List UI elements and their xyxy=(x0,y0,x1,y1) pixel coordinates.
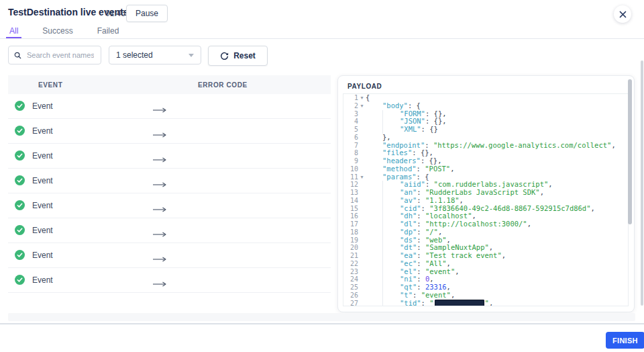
pause-button[interactable]: Pause xyxy=(126,5,168,22)
finish-button[interactable]: FINISH xyxy=(606,332,644,349)
token-key: "t" xyxy=(400,291,413,299)
token-punc: , xyxy=(447,236,451,244)
line-number: 10 xyxy=(343,165,358,173)
indent-guide xyxy=(382,228,400,236)
token-key: "files" xyxy=(382,148,412,157)
success-check-icon xyxy=(15,150,25,161)
refresh-icon xyxy=(220,52,229,60)
code-line: 21"ea": "Test track event", xyxy=(343,252,628,260)
code-content: "qt": 23316, xyxy=(366,283,451,291)
token-punc: , xyxy=(455,267,459,275)
events-table-header: EVENT ERROR CODE xyxy=(8,75,331,94)
token-punc: : xyxy=(417,243,425,251)
tab-success[interactable]: Success xyxy=(39,24,76,38)
indent-space xyxy=(366,220,382,228)
code-content: "FORM": {}, xyxy=(366,109,447,118)
token-key: "method" xyxy=(382,165,417,173)
token-key: "JSON" xyxy=(400,117,425,125)
token-punc: : {} xyxy=(421,125,438,133)
code-content: "av": "1.1.18", xyxy=(366,196,464,204)
reset-button[interactable]: Reset xyxy=(208,46,268,66)
token-punc: : xyxy=(417,188,425,196)
token-punc: : {}, xyxy=(425,109,447,118)
code-line: 22"ec": "All", xyxy=(343,260,628,268)
token-str: "3f836640-49c2-46d8-8867-592915c7d86d" xyxy=(429,204,590,212)
search-event-names-box[interactable] xyxy=(8,46,101,64)
event-row[interactable]: Event xyxy=(8,144,331,169)
pause-button-label: Pause xyxy=(136,9,158,18)
line-number: 14 xyxy=(343,197,358,205)
event-row[interactable]: Event xyxy=(8,169,331,193)
token-punc: : { xyxy=(417,173,429,181)
close-button[interactable] xyxy=(614,5,631,23)
line-number: 8 xyxy=(343,149,358,157)
line-number: 5 xyxy=(343,126,358,134)
token-punc: , xyxy=(447,259,451,267)
token-key: "qt" xyxy=(400,283,417,291)
event-row-label: Event xyxy=(32,151,53,161)
indent-space xyxy=(366,292,382,300)
token-key: "ea" xyxy=(400,251,417,259)
line-number: 27 xyxy=(343,300,358,307)
code-line: 27"tid": "", xyxy=(343,300,628,307)
code-line: 25"qt": 23316, xyxy=(343,283,628,292)
indent-space xyxy=(366,189,382,197)
fold-caret-icon[interactable]: ▾ xyxy=(358,94,366,102)
indent-space xyxy=(366,228,382,236)
fold-caret-icon[interactable]: ▾ xyxy=(358,173,366,181)
code-content: "files": {}, xyxy=(366,148,433,157)
token-key: "dh" xyxy=(400,212,417,220)
arrow-right-icon xyxy=(153,153,166,165)
event-row-label: Event xyxy=(32,275,53,285)
code-content: "params": { xyxy=(366,173,429,181)
arrow-right-icon xyxy=(153,103,166,116)
event-filter-dropdown[interactable]: 1 selected xyxy=(109,46,201,64)
token-str: "1.1.18" xyxy=(425,196,460,204)
code-content: "ni": 0, xyxy=(366,275,434,283)
token-punc: : xyxy=(417,220,425,228)
search-input[interactable] xyxy=(25,50,95,60)
column-header-event: EVENT xyxy=(38,81,62,89)
event-row[interactable]: Event xyxy=(8,268,331,293)
payload-json-viewer[interactable]: 1▾{2▾"body": {3"FORM": {},4"JSON": {},5"… xyxy=(343,93,629,306)
event-row[interactable]: Event xyxy=(8,94,331,119)
indent-guide xyxy=(382,292,400,300)
indent-space xyxy=(366,197,382,205)
token-str: "https://www.google-analytics.com/collec… xyxy=(433,141,612,149)
token-punc: : xyxy=(425,180,434,188)
payload-panel: PAYLOAD 1▾{2▾"body": {3"FORM": {},4"JSON… xyxy=(337,75,635,312)
token-key: "an" xyxy=(400,188,417,196)
fold-caret-icon[interactable]: ▾ xyxy=(358,102,366,110)
window-scrollbar-thumb[interactable] xyxy=(641,60,643,306)
code-content: "headers": {}, xyxy=(366,157,442,165)
indent-space xyxy=(366,126,382,134)
event-row[interactable]: Event xyxy=(8,243,331,268)
tab-failed[interactable]: Failed xyxy=(94,24,123,38)
event-row-label: Event xyxy=(32,176,53,185)
token-punc: : { xyxy=(408,101,421,109)
code-content: "el": "event", xyxy=(366,267,460,275)
token-punc: , xyxy=(489,299,493,306)
token-key: "FORM" xyxy=(400,109,425,118)
token-punc: , xyxy=(438,228,442,236)
success-check-icon xyxy=(15,250,25,260)
code-content: "dl": "http://localhost:3000/", xyxy=(366,220,531,228)
event-row[interactable]: Event xyxy=(8,193,331,218)
event-row[interactable]: Event xyxy=(8,218,331,243)
payload-scrollbar-thumb[interactable] xyxy=(628,79,632,224)
success-check-icon xyxy=(15,200,25,210)
event-row[interactable]: Event xyxy=(8,119,331,144)
indent-space xyxy=(366,134,382,142)
line-number: 24 xyxy=(343,275,358,283)
token-punc: : xyxy=(417,212,425,220)
line-number: 11 xyxy=(343,173,358,181)
indent-space xyxy=(366,283,382,292)
success-check-icon xyxy=(15,101,25,111)
tab-all[interactable]: All xyxy=(6,24,21,38)
code-content: "tid": "", xyxy=(366,299,493,306)
line-number: 17 xyxy=(343,220,358,228)
token-punc: , xyxy=(502,251,506,259)
token-punc: , xyxy=(527,220,531,228)
token-key: "headers" xyxy=(382,157,421,165)
horizontal-scrollbar-track[interactable] xyxy=(8,313,635,321)
